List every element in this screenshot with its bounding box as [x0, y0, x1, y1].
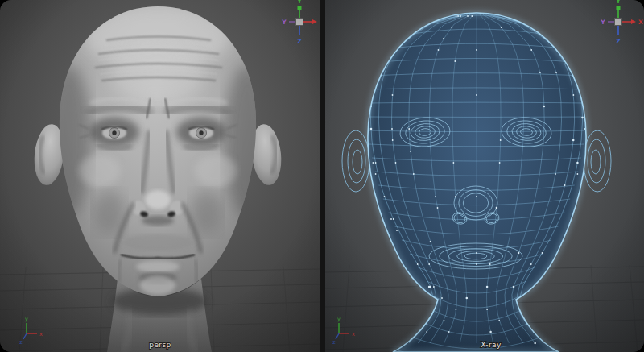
viewport-wireframe[interactable]: Y Z X Y y x z X-ray [325, 0, 644, 352]
axis-label-y: Y [296, 0, 302, 5]
video-frame: Y Z X Y y x z persp [0, 0, 644, 352]
tripod-label-y: y [25, 316, 28, 322]
sculpt-canvas[interactable]: Y Z X Y y x z persp [0, 0, 320, 352]
axis-label-y: Y [615, 0, 621, 5]
viewport-sculpt[interactable]: Y Z X Y y x z persp [0, 0, 320, 352]
tripod-label-z: z [332, 339, 336, 346]
wireframe-canvas[interactable]: Y Z X Y y x z X-ray [325, 0, 644, 352]
axis-label-x: X [320, 19, 320, 26]
tripod-label-x: x [39, 331, 43, 338]
tripod-label-y: y [337, 316, 341, 322]
axis-label-z: Z [616, 38, 621, 45]
manipulator-center-cube[interactable] [615, 19, 622, 26]
manipulator-center-cube[interactable] [296, 19, 303, 26]
camera-name-label: persp [149, 341, 171, 349]
axis-label-x: X [638, 19, 643, 26]
axis-label-neg: Y [281, 19, 287, 26]
camera-name-label: X-ray [481, 341, 502, 349]
axis-label-neg: Y [600, 19, 605, 26]
tripod-label-z: z [19, 339, 23, 346]
axis-label-z: Z [297, 38, 302, 45]
tripod-label-x: x [352, 331, 355, 338]
